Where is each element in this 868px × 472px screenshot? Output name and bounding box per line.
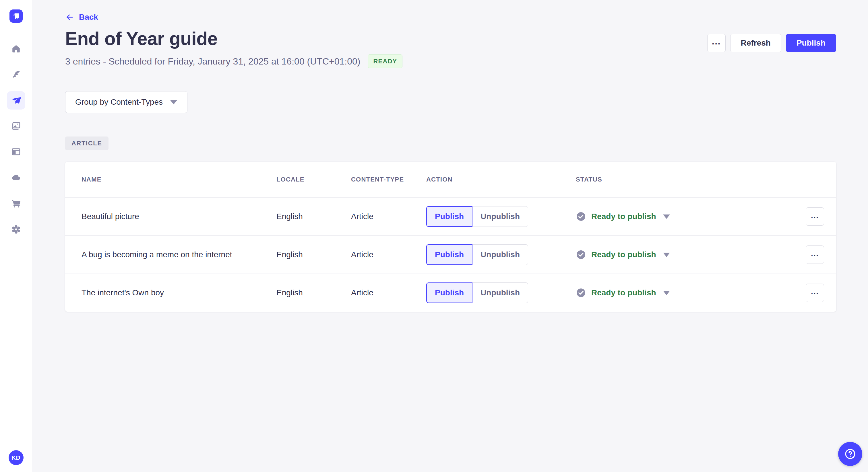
table-row: A bug is becoming a meme on the internet… (65, 235, 836, 274)
sidebar-item-cloud[interactable] (7, 169, 25, 187)
sidebar: KD (0, 0, 32, 472)
status-badge: READY (368, 55, 402, 68)
entries-table: NAME LOCALE CONTENT-TYPE ACTION STATUS B… (65, 162, 836, 312)
column-header-name: NAME (82, 176, 276, 183)
entry-name: A bug is becoming a meme on the internet (82, 250, 276, 259)
sidebar-item-content-type-builder[interactable] (7, 143, 25, 161)
group-by-selected-value: Group by Content-Types (75, 98, 163, 107)
cart-icon (11, 198, 21, 209)
entry-locale: English (276, 288, 351, 297)
entry-status-label: Ready to publish (591, 288, 656, 297)
sidebar-item-home[interactable] (7, 40, 25, 58)
home-icon (11, 44, 21, 54)
avatar[interactable]: KD (9, 450, 24, 465)
entry-name: The internet's Own boy (82, 288, 276, 297)
more-options-button[interactable]: ... (707, 34, 725, 52)
row-unpublish-toggle[interactable]: Unpublish (472, 206, 528, 227)
caret-down-icon (663, 252, 670, 257)
group-by-select[interactable]: Group by Content-Types (65, 91, 187, 113)
paper-plane-icon (11, 95, 21, 105)
row-more-button[interactable]: ... (806, 207, 824, 226)
strapi-logo[interactable] (9, 9, 23, 23)
entry-status-label: Ready to publish (591, 212, 656, 221)
row-unpublish-toggle[interactable]: Unpublish (472, 244, 528, 265)
header-actions: ... Refresh Publish (707, 34, 836, 52)
entry-name: Beautiful picture (82, 212, 276, 221)
logo-container (0, 0, 32, 32)
media-library-icon (11, 121, 21, 131)
sidebar-item-settings[interactable] (7, 220, 25, 239)
back-arrow-icon (65, 12, 74, 22)
sidebar-item-media-library[interactable] (7, 117, 25, 135)
sidebar-item-releases[interactable] (7, 91, 25, 109)
entry-locale: English (276, 212, 351, 221)
release-subtitle: 3 entries - Scheduled for Friday, Januar… (65, 56, 360, 67)
column-header-locale: LOCALE (276, 176, 351, 183)
sidebar-item-content-manager[interactable] (7, 65, 25, 84)
row-publish-toggle[interactable]: Publish (426, 282, 472, 303)
table-row: Beautiful picture English Article Publis… (65, 197, 836, 235)
row-publish-toggle[interactable]: Publish (426, 244, 472, 265)
check-circle-icon (576, 211, 586, 222)
main-content: Back End of Year guide 3 entries - Sched… (32, 0, 868, 472)
cloud-icon (11, 173, 21, 183)
entry-content-type: Article (351, 288, 426, 297)
column-header-status: STATUS (576, 176, 806, 183)
help-button[interactable] (838, 442, 862, 466)
layout-icon (11, 147, 21, 157)
action-segmented-control: Publish Unpublish (426, 206, 528, 227)
caret-down-icon (663, 291, 670, 295)
back-link[interactable]: Back (65, 12, 98, 22)
row-more-button[interactable]: ... (806, 283, 824, 302)
entry-status-dropdown[interactable]: Ready to publish (576, 211, 670, 222)
column-header-content-type: CONTENT-TYPE (351, 176, 426, 183)
sidebar-item-marketplace[interactable] (7, 194, 25, 213)
table-row: The internet's Own boy English Article P… (65, 274, 836, 312)
caret-down-icon (663, 214, 670, 219)
action-segmented-control: Publish Unpublish (426, 244, 528, 265)
entry-status-dropdown[interactable]: Ready to publish (576, 249, 670, 260)
table-header-row: NAME LOCALE CONTENT-TYPE ACTION STATUS (65, 162, 836, 197)
content-type-group-badge: ARTICLE (65, 136, 108, 150)
question-mark-icon (844, 448, 857, 460)
gear-icon (11, 224, 21, 235)
column-header-action: ACTION (426, 176, 576, 183)
subtitle-row: 3 entries - Scheduled for Friday, Januar… (65, 55, 836, 68)
back-label: Back (79, 12, 98, 22)
strapi-logo-icon (9, 9, 23, 23)
row-publish-toggle[interactable]: Publish (426, 206, 472, 227)
refresh-button[interactable]: Refresh (730, 34, 781, 52)
entry-locale: English (276, 250, 351, 259)
entry-status-label: Ready to publish (591, 250, 656, 259)
entry-content-type: Article (351, 250, 426, 259)
chevron-down-icon (170, 100, 177, 104)
check-circle-icon (576, 249, 586, 260)
sidebar-nav (0, 32, 32, 239)
row-more-button[interactable]: ... (806, 245, 824, 264)
check-circle-icon (576, 288, 586, 298)
action-segmented-control: Publish Unpublish (426, 282, 528, 303)
feather-icon (11, 70, 21, 79)
publish-release-button[interactable]: Publish (786, 34, 836, 52)
row-unpublish-toggle[interactable]: Unpublish (472, 282, 528, 303)
entry-content-type: Article (351, 212, 426, 221)
entry-status-dropdown[interactable]: Ready to publish (576, 288, 670, 298)
